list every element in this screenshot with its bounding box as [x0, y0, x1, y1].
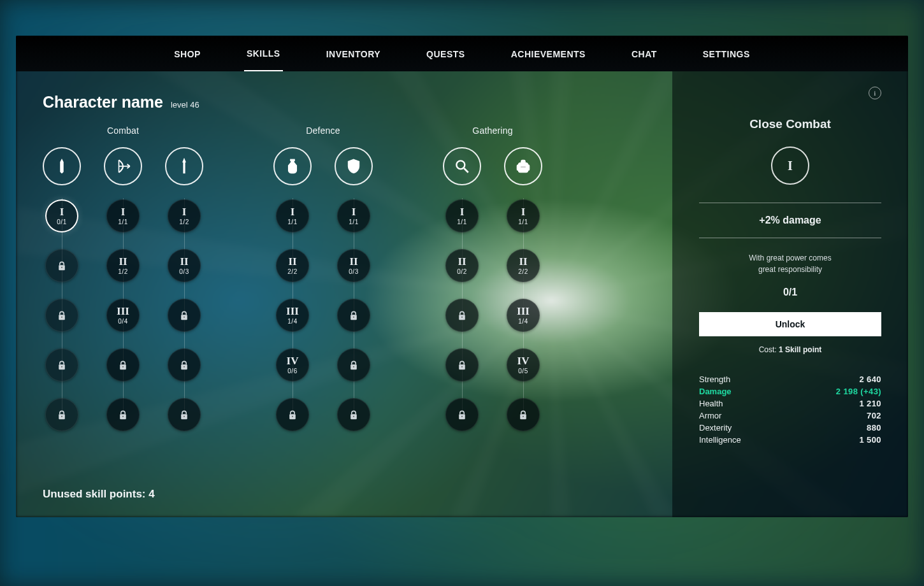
- group-title: Gathering: [472, 125, 512, 136]
- wand-icon[interactable]: [165, 147, 203, 185]
- skill-group-defence: DefenceI1/1II2/2III1/4IV0/6I1/1II0/3: [273, 125, 373, 431]
- skill-node-locked[interactable]: [276, 398, 309, 431]
- skill-node[interactable]: I1/1: [507, 199, 540, 232]
- skill-node-locked[interactable]: [45, 249, 78, 282]
- skill-node-locked[interactable]: [337, 348, 370, 382]
- lock-icon: [457, 410, 467, 420]
- skill-column: I1/1II0/3: [335, 147, 373, 431]
- skill-node[interactable]: II0/3: [168, 249, 201, 282]
- group-title: Defence: [306, 125, 340, 136]
- nav-tab-skills[interactable]: SKILLS: [244, 36, 283, 71]
- nav-tab-inventory[interactable]: INVENTORY: [324, 36, 383, 71]
- skill-progress: 1/4: [518, 318, 528, 325]
- info-button[interactable]: i: [869, 87, 881, 99]
- skill-progress: 2/2: [518, 268, 528, 275]
- skill-node-locked[interactable]: [337, 398, 370, 431]
- lock-icon: [349, 410, 359, 420]
- stat-label: Health: [699, 399, 723, 408]
- potion-icon[interactable]: [273, 147, 312, 185]
- stat-value: 1 210: [859, 399, 881, 408]
- skill-node[interactable]: I1/2: [168, 199, 201, 232]
- stat-label: Armor: [699, 411, 721, 420]
- lock-icon: [179, 360, 189, 370]
- skill-progress: 1/1: [457, 218, 466, 225]
- nav-tab-chat[interactable]: CHAT: [629, 36, 660, 71]
- skill-tier: I: [352, 206, 356, 217]
- skill-node-locked[interactable]: [168, 398, 201, 431]
- unlock-cost: Cost: 1 Skill point: [699, 345, 881, 354]
- lock-icon: [118, 410, 128, 420]
- skill-node[interactable]: II2/2: [507, 249, 540, 282]
- skill-node-locked[interactable]: [45, 348, 78, 382]
- stat-row-health: Health1 210: [699, 397, 881, 410]
- skill-column: I1/1II2/2III1/4IV0/5: [504, 147, 542, 431]
- skill-tier: I: [121, 206, 126, 217]
- skill-node[interactable]: II2/2: [276, 249, 309, 282]
- skill-progress: 2/2: [287, 268, 297, 275]
- skill-node[interactable]: III0/4: [106, 299, 140, 332]
- sword-icon[interactable]: [43, 147, 81, 185]
- bow-icon[interactable]: [104, 147, 142, 185]
- stat-row-strength: Strength2 640: [699, 373, 881, 385]
- nav-tab-quests[interactable]: QUESTS: [424, 36, 468, 71]
- skill-node-locked[interactable]: [445, 398, 479, 431]
- stat-value: 702: [867, 411, 881, 420]
- lock-icon: [179, 310, 189, 320]
- group-title: Combat: [107, 125, 139, 136]
- nav-tab-achievements[interactable]: ACHIEVEMENTS: [509, 36, 588, 71]
- stat-row-intelligence: Intelligence1 500: [699, 434, 881, 446]
- stat-value: 2 198 (+43): [836, 387, 881, 396]
- skill-node-locked[interactable]: [106, 398, 140, 431]
- skill-column: I1/1II1/2III0/4: [104, 147, 142, 431]
- skill-node-locked[interactable]: [106, 348, 140, 382]
- skill-progress: 1/1: [518, 218, 528, 225]
- skill-node[interactable]: I0/1: [45, 199, 78, 232]
- skill-node[interactable]: II1/2: [106, 249, 140, 282]
- nav-tab-shop[interactable]: SHOP: [171, 36, 203, 71]
- skill-node[interactable]: III1/4: [507, 299, 540, 332]
- skill-node[interactable]: IV0/6: [276, 348, 309, 382]
- shield-icon[interactable]: [335, 147, 373, 185]
- skill-node[interactable]: II0/2: [445, 249, 479, 282]
- skill-node[interactable]: I1/1: [337, 199, 370, 232]
- skill-node-locked[interactable]: [45, 299, 78, 332]
- unlock-button[interactable]: Unlock: [699, 312, 881, 336]
- skill-node-locked[interactable]: [445, 299, 479, 332]
- stat-label: Damage: [699, 387, 732, 396]
- skill-tier: II: [349, 256, 357, 267]
- skill-node-locked[interactable]: [168, 348, 201, 382]
- skill-node-locked[interactable]: [168, 299, 201, 332]
- backpack-icon[interactable]: [504, 147, 542, 185]
- skill-node-locked[interactable]: [337, 299, 370, 332]
- skill-column: I1/2II0/3: [165, 147, 203, 431]
- skill-node[interactable]: III1/4: [276, 299, 309, 332]
- skill-progress: 0/4: [118, 318, 127, 325]
- nav-tab-settings[interactable]: SETTINGS: [700, 36, 753, 71]
- skill-node-locked[interactable]: [45, 398, 78, 431]
- lock-icon: [57, 410, 67, 420]
- skill-progress: 0/5: [518, 368, 528, 375]
- skill-node[interactable]: IV0/5: [507, 348, 540, 382]
- skill-tier: II: [458, 256, 466, 267]
- skill-detail-panel: i Close Combat I +2% damage With great p…: [672, 71, 908, 517]
- skill-node[interactable]: I1/1: [445, 199, 479, 232]
- lock-icon: [349, 310, 359, 320]
- lock-icon: [457, 360, 467, 370]
- skill-node[interactable]: I1/1: [276, 199, 309, 232]
- skill-node[interactable]: II0/3: [337, 249, 370, 282]
- search-icon[interactable]: [443, 147, 481, 185]
- skill-group-gathering: GatheringI1/1II0/2I1/1II2/2III1/4IV0/5: [443, 125, 542, 431]
- skill-detail-title: Close Combat: [699, 117, 881, 131]
- skill-effect: +2% damage: [699, 203, 881, 238]
- skill-tier: I: [60, 206, 64, 217]
- skill-node[interactable]: I1/1: [106, 199, 140, 232]
- lock-icon: [57, 310, 67, 320]
- divider: [699, 238, 881, 238]
- skill-tier: I: [291, 206, 295, 217]
- skill-node-locked[interactable]: [507, 398, 540, 431]
- skill-tier: IV: [287, 355, 299, 366]
- lock-icon: [287, 410, 298, 420]
- skill-progress: 0/3: [349, 268, 358, 275]
- character-name: Character name: [43, 93, 163, 111]
- skill-node-locked[interactable]: [445, 348, 479, 382]
